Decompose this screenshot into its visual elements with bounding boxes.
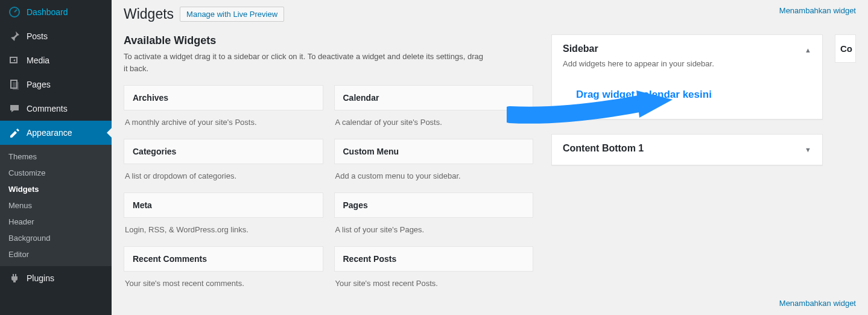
widget-archives[interactable]: Archives <box>124 85 323 110</box>
available-widgets-title: Available Widgets <box>124 34 533 47</box>
widget-areas-column: Sidebar ▲ Add widgets here to appear in … <box>551 34 856 300</box>
widget-calendar[interactable]: Calendar <box>334 85 534 110</box>
nav-comments[interactable]: Comments <box>0 97 112 121</box>
nav-label: Posts <box>27 31 48 41</box>
nav-appearance[interactable]: Appearance <box>0 121 112 145</box>
submenu-menus[interactable]: Menus <box>0 197 112 214</box>
submenu-header[interactable]: Header <box>0 214 112 230</box>
pages-icon <box>8 78 21 91</box>
plugins-icon <box>8 272 21 284</box>
widget-pages[interactable]: Pages <box>334 192 534 218</box>
available-widgets-column: Available Widgets To activate a widget d… <box>124 34 533 300</box>
widget-custom-menu[interactable]: Custom Menu <box>334 139 534 164</box>
svg-rect-3 <box>13 82 19 90</box>
available-widgets-desc: To activate a widget drag it to a sideba… <box>124 51 486 74</box>
dashboard-icon <box>8 6 21 18</box>
widgets-grid: Archives A monthly archive of your site'… <box>124 85 533 300</box>
nav-label: Appearance <box>27 128 72 138</box>
widget-area-title: Content Bottom 1 <box>563 143 644 154</box>
nav-pages[interactable]: Pages <box>0 72 112 97</box>
widget-recent-posts[interactable]: Recent Posts <box>334 246 534 272</box>
widget-desc: A list or dropdown of categories. <box>124 164 323 192</box>
widget-categories[interactable]: Categories <box>124 139 323 164</box>
widget-area-content-bottom: Content Bottom 1 ▼ <box>551 134 823 165</box>
widget-area-toggle[interactable]: Sidebar ▲ <box>552 35 822 59</box>
appearance-icon <box>8 127 21 139</box>
admin-sidebar: Dashboard Posts Media Pages Comments <box>0 0 112 315</box>
nav-plugins[interactable]: Plugins <box>0 266 112 290</box>
chevron-down-icon: ▼ <box>805 146 811 153</box>
widget-desc: A calendar of your site's Posts. <box>334 110 534 139</box>
widget-desc: Login, RSS, & WordPress.org links. <box>124 218 323 246</box>
nav-label: Media <box>27 56 49 65</box>
submenu-themes[interactable]: Themes <box>0 148 112 165</box>
sidebar-drop-zone[interactable]: Drag widget calendar kesini <box>552 77 822 119</box>
media-icon <box>8 54 21 66</box>
nav-label: Pages <box>27 80 51 89</box>
widget-area-sidebar: Sidebar ▲ Add widgets here to appear in … <box>551 34 823 119</box>
svg-rect-1 <box>10 57 17 63</box>
widget-desc: Your site's most recent comments. <box>124 272 323 300</box>
widget-area-title: Sidebar <box>563 43 598 54</box>
content-area: Menambahkan widget Widgets Manage with L… <box>112 0 868 315</box>
comments-icon <box>8 103 21 115</box>
nav-dashboard[interactable]: Dashboard <box>0 0 112 24</box>
appearance-submenu: Themes Customize Widgets Menus Header Ba… <box>0 145 112 266</box>
widget-area-toggle[interactable]: Content Bottom 1 ▼ <box>552 135 822 165</box>
nav-posts[interactable]: Posts <box>0 24 112 48</box>
page-header: Widgets Manage with Live Preview <box>124 6 856 22</box>
manage-live-preview-button[interactable]: Manage with Live Preview <box>180 7 284 22</box>
nav-label: Comments <box>27 104 68 113</box>
nav-media[interactable]: Media <box>0 48 112 72</box>
submenu-editor[interactable]: Editor <box>0 246 112 262</box>
nav-label: Plugins <box>27 273 54 283</box>
widget-desc: Your site's most recent Posts. <box>334 272 534 300</box>
submenu-widgets[interactable]: Widgets <box>0 181 112 197</box>
screen-options-link[interactable]: Menambahkan widget <box>779 6 856 15</box>
chevron-up-icon: ▲ <box>805 46 811 54</box>
nav-label: Dashboard <box>27 7 68 17</box>
widget-desc: A monthly archive of your site's Posts. <box>124 110 323 139</box>
widget-area-extra[interactable]: Co <box>835 34 856 63</box>
widget-recent-comments[interactable]: Recent Comments <box>124 246 323 272</box>
add-widget-link-bottom[interactable]: Menambahkan widget <box>779 299 856 308</box>
submenu-customize[interactable]: Customize <box>0 165 112 181</box>
page-title: Widgets <box>124 6 174 22</box>
widget-area-desc: Add widgets here to appear in your sideb… <box>552 59 822 77</box>
pin-icon <box>8 30 21 42</box>
widget-meta[interactable]: Meta <box>124 192 323 218</box>
submenu-background[interactable]: Background <box>0 230 112 246</box>
widget-desc: A list of your site's Pages. <box>334 218 534 246</box>
widget-desc: Add a custom menu to your sidebar. <box>334 164 534 192</box>
